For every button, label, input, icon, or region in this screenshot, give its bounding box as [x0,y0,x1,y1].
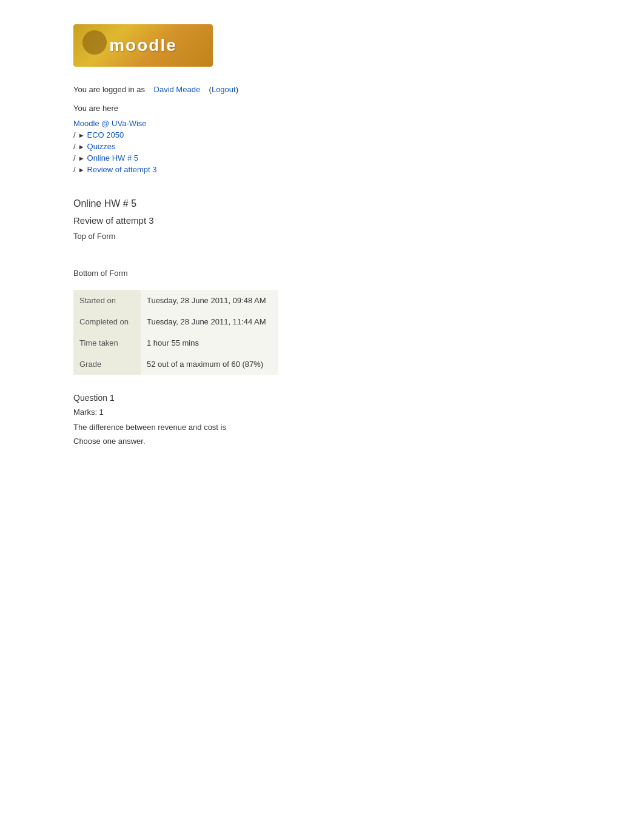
breadcrumb-item-review-attempt: / ► Review of attempt 3 [73,165,571,174]
breadcrumb-item-online-hw-5: / ► Online HW # 5 [73,153,571,163]
review-title: Review of attempt 3 [73,215,571,226]
moodle-logo [73,24,213,67]
label-time-taken: Time taken [73,332,141,354]
question-1-marks: Marks: 1 [73,407,571,417]
main-content: Online HW # 5 Review of attempt 3 Top of… [73,198,571,446]
separator-2: / [73,142,76,151]
breadcrumb-item-eco-2050: / ► ECO 2050 [73,130,571,139]
login-info: You are logged in as David Meade (Logout… [73,85,571,94]
login-prefix: You are logged in as [73,85,145,94]
value-completed-on: Tuesday, 28 June 2011, 11:44 AM [141,311,278,332]
value-grade: 52 out of a maximum of 60 (87%) [141,354,278,375]
label-started-on: Started on [73,290,141,311]
breadcrumb-link-online-hw-5[interactable]: Online HW # 5 [87,153,139,163]
question-1-text: The difference between revenue and cost … [73,423,571,432]
you-are-here-label: You are here [73,104,571,113]
user-name-link[interactable]: David Meade [154,85,201,94]
breadcrumb: Moodle @ UVa-Wise / ► ECO 2050 / ► Quizz… [73,119,571,174]
table-row: Grade 52 out of a maximum of 60 (87%) [73,354,278,375]
breadcrumb-current: Review of attempt 3 [87,165,157,174]
table-row: Completed on Tuesday, 28 June 2011, 11:4… [73,311,278,332]
question-1-instruction: Choose one answer. [73,437,571,446]
separator-1: / [73,130,76,139]
arrow-4: ► [78,166,85,173]
logo-area [73,24,571,67]
summary-table: Started on Tuesday, 28 June 2011, 09:48 … [73,290,278,375]
page-title: Online HW # 5 [73,198,571,209]
arrow-3: ► [78,155,85,162]
breadcrumb-item-moodle-home: Moodle @ UVa-Wise [73,119,571,128]
value-time-taken: 1 hour 55 mins [141,332,278,354]
table-row: Started on Tuesday, 28 June 2011, 09:48 … [73,290,278,311]
form-top: Top of Form [73,232,571,241]
question-1-label: Question 1 [73,393,571,403]
form-bottom: Bottom of Form [73,269,571,278]
label-completed-on: Completed on [73,311,141,332]
separator-3: / [73,153,76,163]
arrow-1: ► [78,132,85,139]
value-started-on: Tuesday, 28 June 2011, 09:48 AM [141,290,278,311]
label-grade: Grade [73,354,141,375]
question-1-section: Question 1 Marks: 1 The difference betwe… [73,393,571,446]
separator-4: / [73,165,76,174]
breadcrumb-item-quizzes: / ► Quizzes [73,142,571,151]
breadcrumb-link-quizzes[interactable]: Quizzes [87,142,116,151]
table-row: Time taken 1 hour 55 mins [73,332,278,354]
arrow-2: ► [78,143,85,150]
breadcrumb-link-eco-2050[interactable]: ECO 2050 [87,130,124,139]
breadcrumb-link-moodle-home[interactable]: Moodle @ UVa-Wise [73,119,147,128]
logout-link[interactable]: Logout [212,85,236,94]
